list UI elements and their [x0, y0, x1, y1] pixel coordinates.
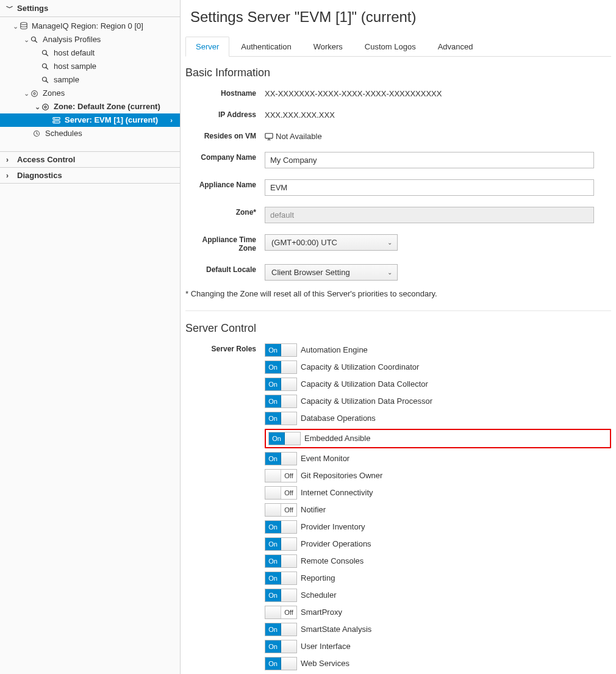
- role-toggle[interactable]: On: [265, 657, 297, 670]
- tree-item-zones[interactable]: ⌄ Zones: [0, 87, 180, 100]
- svg-point-1: [32, 37, 36, 41]
- toggle-on-label: On: [265, 378, 281, 390]
- role-label: Capacity & Utilization Data Processor: [301, 396, 432, 406]
- label-locale: Default Locale: [185, 264, 265, 274]
- server-icon: [52, 117, 62, 124]
- toggle-on-label: On: [265, 623, 281, 636]
- tree-item-label: Server: EVM [1] (current): [65, 113, 158, 127]
- toggle-knob: [281, 623, 296, 636]
- role-toggle[interactable]: Off: [265, 486, 297, 500]
- role-toggle[interactable]: On: [265, 452, 297, 465]
- tabs: Server Authentication Workers Custom Log…: [185, 37, 611, 57]
- desktop-icon: [265, 132, 273, 141]
- toggle-on-label: On: [265, 412, 281, 425]
- svg-point-16: [54, 121, 55, 122]
- chevron-right-icon: ›: [170, 113, 173, 127]
- toggle-knob: [281, 555, 296, 567]
- role-toggle[interactable]: On: [265, 343, 297, 357]
- sidebar-section-settings[interactable]: ﹀ Settings: [0, 0, 180, 17]
- role-toggle[interactable]: On: [268, 432, 301, 445]
- role-row: OffNotifier: [265, 503, 611, 517]
- tree-item-sample[interactable]: sample: [0, 73, 180, 87]
- divider: [185, 310, 611, 311]
- role-label: SmartState Analysis: [301, 625, 371, 634]
- role-label: Scheduler: [301, 590, 337, 600]
- chevron-right-icon: ›: [6, 156, 13, 164]
- tree-item-default-zone[interactable]: ⌄ Zone: Default Zone (current): [0, 100, 180, 113]
- svg-point-15: [54, 118, 55, 118]
- sidebar-section-label: Settings: [17, 4, 48, 13]
- label-appliance: Appliance Name: [185, 179, 265, 189]
- toggle-knob: [281, 395, 296, 407]
- role-toggle[interactable]: On: [265, 395, 297, 408]
- tree-item-schedules[interactable]: Schedules: [0, 127, 180, 140]
- role-toggle[interactable]: On: [265, 378, 297, 391]
- tab-advanced[interactable]: Advanced: [428, 37, 484, 56]
- tab-workers[interactable]: Workers: [303, 37, 353, 56]
- role-row: OnCapacity & Utilization Data Collector: [265, 378, 611, 391]
- role-toggle[interactable]: On: [265, 640, 297, 653]
- tab-custom-logos[interactable]: Custom Logos: [354, 37, 426, 56]
- toggle-knob: [281, 453, 296, 465]
- svg-point-10: [34, 92, 35, 94]
- chevron-right-icon: ›: [6, 171, 13, 180]
- label-resides: Resides on VM: [185, 131, 265, 140]
- appliance-name-input[interactable]: [265, 179, 594, 196]
- tab-server[interactable]: Server: [185, 37, 229, 57]
- section-title: Server Control: [185, 322, 611, 335]
- svg-point-9: [32, 90, 38, 96]
- section-title: Basic Information: [185, 66, 611, 79]
- svg-point-7: [43, 77, 47, 82]
- tree-item-host-default[interactable]: host default: [0, 46, 180, 60]
- sidebar-section-diagnostics[interactable]: › Diagnostics: [0, 168, 180, 184]
- chevron-down-icon: ⌄: [387, 269, 392, 276]
- label-hostname: Hostname: [185, 88, 265, 98]
- tree-item-host-sample[interactable]: host sample: [0, 60, 180, 73]
- role-toggle[interactable]: On: [265, 520, 297, 534]
- settings-tree: ⌄ ManageIQ Region: Region 0 [0] ⌄ Analys…: [0, 17, 180, 143]
- svg-line-4: [46, 54, 48, 56]
- value-ip: XXX.XXX.XXX.XXX: [265, 109, 611, 120]
- role-toggle[interactable]: On: [265, 412, 297, 425]
- role-toggle[interactable]: On: [265, 572, 297, 585]
- role-toggle[interactable]: On: [265, 360, 297, 374]
- role-toggle[interactable]: On: [265, 623, 297, 636]
- toggle-on-label: On: [265, 572, 281, 584]
- toggle-knob: [265, 470, 281, 482]
- chevron-down-icon: ⌄: [22, 87, 30, 100]
- basic-information-section: Basic Information Hostname XX-XXXXXXX-XX…: [185, 66, 611, 298]
- tab-authentication[interactable]: Authentication: [231, 37, 301, 56]
- locale-select[interactable]: Client Browser Setting ⌄: [265, 264, 398, 281]
- role-toggle[interactable]: Off: [265, 503, 297, 517]
- tree-item-server[interactable]: Server: EVM [1] (current) ›: [0, 113, 180, 127]
- page-title: Settings Server "EVM [1]" (current): [184, 9, 616, 32]
- toggle-knob: [281, 640, 296, 653]
- role-toggle[interactable]: On: [265, 554, 297, 568]
- search-icon: [41, 63, 51, 70]
- role-toggle[interactable]: Off: [265, 469, 297, 482]
- sidebar-section-label: Access Control: [17, 155, 75, 164]
- toggle-on-label: On: [265, 538, 281, 550]
- toggle-knob: [284, 432, 300, 445]
- company-name-input[interactable]: [265, 152, 594, 168]
- tree-item-analysis-profiles[interactable]: ⌄ Analysis Profiles: [0, 33, 180, 46]
- sidebar-section-access-control[interactable]: › Access Control: [0, 152, 180, 168]
- toggle-knob: [281, 412, 296, 425]
- value-resides: Not Available: [265, 131, 611, 141]
- zone-icon: [30, 90, 40, 98]
- tree-item-region[interactable]: ⌄ ManageIQ Region: Region 0 [0]: [0, 20, 180, 33]
- chevron-down-icon: ⌄: [11, 20, 20, 33]
- svg-point-0: [21, 23, 27, 25]
- label-ip: IP Address: [185, 109, 265, 119]
- tree-item-label: Schedules: [45, 127, 82, 140]
- toggle-knob: [281, 344, 296, 356]
- role-toggle[interactable]: Off: [265, 606, 297, 619]
- role-row: OnReporting: [265, 572, 611, 585]
- role-label: User Interface: [301, 642, 351, 651]
- role-toggle[interactable]: On: [265, 589, 297, 602]
- svg-rect-18: [265, 133, 273, 138]
- label-zone: Zone*: [185, 207, 265, 217]
- role-label: Event Monitor: [301, 454, 349, 463]
- role-toggle[interactable]: On: [265, 537, 297, 551]
- timezone-select[interactable]: (GMT+00:00) UTC ⌄: [265, 234, 398, 251]
